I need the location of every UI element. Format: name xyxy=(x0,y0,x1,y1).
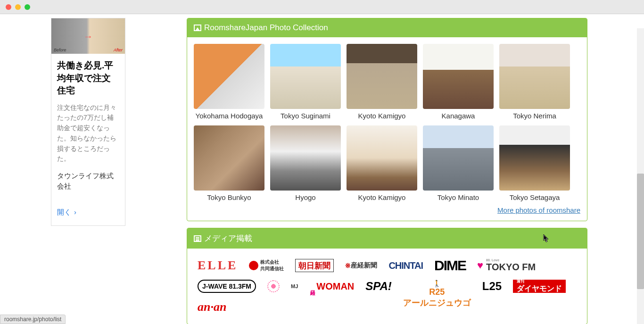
media-logos: ELLE 株式会社 共同通信社 朝日新聞 ※ 産経新聞 CHINTAI DIME… xyxy=(194,255,580,317)
ad-description: 注文住宅なのに月々たったの7万だし補助金で超安くなった。知らなかったら損するとこ… xyxy=(51,101,125,166)
logo-tv xyxy=(267,280,280,292)
photo-panel-title: RoomshareJapan Photo Collection xyxy=(204,23,328,33)
photo-caption: Kanagawa xyxy=(423,112,494,120)
photo-thumb[interactable] xyxy=(347,125,417,191)
page-content: i ✕ Before After 共働き必見.平均年収で注文住宅 注文住宅なのに… xyxy=(0,14,644,324)
window-close-button[interactable] xyxy=(6,4,11,10)
logo-dime: DIME xyxy=(434,259,466,272)
photo-caption: Tokyo Setagaya xyxy=(499,193,570,201)
photo-item[interactable]: Tokyo Setagaya xyxy=(499,125,570,201)
ad-before-label: Before xyxy=(54,48,66,52)
photo-thumb[interactable] xyxy=(499,44,570,109)
photo-caption: Hyogo xyxy=(270,193,341,201)
logo-sankei: ※ 産経新聞 xyxy=(345,259,377,272)
ad-after-label: After xyxy=(114,48,123,52)
photo-thumb[interactable] xyxy=(270,125,341,191)
media-panel-header: メディア掲載 xyxy=(187,228,587,249)
logo-asahi: 朝日新聞 xyxy=(295,259,334,272)
photo-item[interactable]: Kyoto Kamigyo xyxy=(347,125,417,201)
window-minimize-button[interactable] xyxy=(15,4,21,10)
browser-chrome xyxy=(0,0,644,14)
photo-item[interactable]: Tokyo Nerima xyxy=(499,44,570,120)
logo-r25: 🚶R25アールニジュウゴ xyxy=(403,280,471,293)
photo-thumb[interactable] xyxy=(194,44,264,109)
logo-kyodo: 株式会社 共同通信社 xyxy=(249,259,284,272)
logo-jwave: J-WAVE 81.3FM xyxy=(198,280,256,293)
photo-item[interactable]: Hyogo xyxy=(270,125,341,201)
photo-caption: Tokyo Minato xyxy=(423,193,494,201)
photo-collection-panel: RoomshareJapan Photo Collection Yokohama… xyxy=(187,18,587,221)
photo-item[interactable]: Tokyo Minato xyxy=(423,125,494,201)
main-content: RoomshareJapan Photo Collection Yokohama… xyxy=(187,18,587,324)
photo-caption: Tokyo Bunkyo xyxy=(194,193,264,201)
scrollbar-track[interactable] xyxy=(637,28,644,324)
logo-mj: MJ xyxy=(291,280,298,293)
scrollbar-thumb[interactable] xyxy=(637,174,644,289)
ad-brand: タウンライフ株式会社 xyxy=(51,166,125,195)
photo-thumb[interactable] xyxy=(499,125,570,191)
ad-image: Before After xyxy=(51,18,125,54)
photo-item[interactable]: Yokohama Hodogaya xyxy=(194,44,264,120)
status-bar: roomshare.jp/photo/list xyxy=(0,315,66,324)
logo-chintai: CHINTAI xyxy=(388,259,423,272)
logo-diamond: 週刊ダイヤモンド xyxy=(513,280,566,293)
ad-headline: 共働き必見.平均年収で注文住宅 xyxy=(51,54,125,101)
logo-woman: 日経WOMAN xyxy=(309,280,354,293)
photo-thumb[interactable] xyxy=(423,125,494,191)
more-photos-link-wrap: More photos of roomshare xyxy=(194,206,580,214)
photo-caption: Yokohama Hodogaya xyxy=(194,112,264,120)
photo-item[interactable]: Tokyo Bunkyo xyxy=(194,125,264,201)
media-panel: メディア掲載 ELLE 株式会社 共同通信社 朝日新聞 ※ 産経新聞 CHINT… xyxy=(187,228,587,324)
photo-thumb[interactable] xyxy=(194,125,264,191)
ad-cta[interactable]: 開く› xyxy=(51,195,125,225)
photo-caption: Tokyo Nerima xyxy=(499,112,570,120)
sidebar: i ✕ Before After 共働き必見.平均年収で注文住宅 注文住宅なのに… xyxy=(51,18,125,324)
media-panel-title: メディア掲載 xyxy=(204,233,252,244)
logo-anan: an·an xyxy=(198,300,226,314)
photo-panel-header: RoomshareJapan Photo Collection xyxy=(187,18,587,37)
advertisement[interactable]: i ✕ Before After 共働き必見.平均年収で注文住宅 注文住宅なのに… xyxy=(51,18,125,226)
picture-icon xyxy=(194,25,201,31)
newspaper-icon xyxy=(194,235,201,242)
logo-l25: L25 xyxy=(482,280,502,293)
photo-item[interactable]: Tokyo Suginami xyxy=(270,44,341,120)
photo-grid: Yokohama Hodogaya Tokyo Suginami Kyoto K… xyxy=(194,44,580,201)
more-photos-link[interactable]: More photos of roomshare xyxy=(497,206,580,214)
logo-elle: ELLE xyxy=(198,259,238,272)
photo-caption: Tokyo Suginami xyxy=(270,112,341,120)
photo-thumb[interactable] xyxy=(270,44,341,109)
photo-thumb[interactable] xyxy=(347,44,417,109)
logo-tokyofm: ♥80. LoveTOKYO FM xyxy=(477,259,536,272)
photo-caption: Kyoto Kamigyo xyxy=(347,193,417,201)
ad-open-link[interactable]: 開く› xyxy=(57,208,76,216)
photo-item[interactable]: Kyoto Kamigyo xyxy=(347,44,417,120)
photo-caption: Kyoto Kamigyo xyxy=(347,112,417,120)
logo-spa: SPA! xyxy=(365,280,392,293)
photo-thumb[interactable] xyxy=(423,44,494,109)
photo-item[interactable]: Kanagawa xyxy=(423,44,494,120)
window-maximize-button[interactable] xyxy=(25,4,30,10)
